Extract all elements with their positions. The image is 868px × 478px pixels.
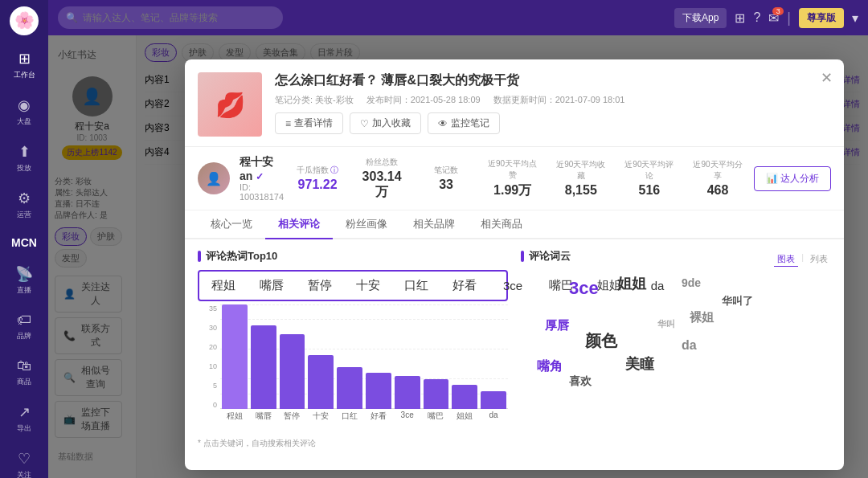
word-cloud-item[interactable]: 嘴角 <box>537 358 563 375</box>
follow-icon: ♡ <box>18 450 31 468</box>
sidebar-item-goods[interactable]: 🛍 商品 <box>0 349 48 395</box>
view-toggle: 图表 | 列表 <box>774 252 831 267</box>
metric-shares: 近90天平均分享 468 <box>691 159 743 198</box>
dropdown-arrow-icon[interactable]: ▾ <box>852 10 858 26</box>
download-btn[interactable]: 下载App <box>674 8 727 28</box>
dashboard-icon: ◉ <box>18 96 31 114</box>
keyword-item[interactable]: 嘴唇 <box>248 278 296 293</box>
keyword-item[interactable]: 好看 <box>440 278 489 293</box>
metric-likes-value: 1.99万 <box>486 182 538 199</box>
modal-tabs: 核心一览 相关评论 粉丝画像 相关品牌 相关商品 <box>185 210 844 239</box>
note-thumb-image: 💋 <box>198 72 262 137</box>
bar-label: 嘴唇 <box>249 411 278 422</box>
sidebar-item-operation[interactable]: ⚙ 运营 <box>0 182 48 228</box>
view-detail-btn[interactable]: ≡ 查看详情 <box>275 112 343 134</box>
sidebar-item-workbench[interactable]: ⊞ 工作台 <box>0 42 48 88</box>
bar-item[interactable] <box>337 367 362 409</box>
tab-fans[interactable]: 粉丝画像 <box>333 210 400 239</box>
bar-label: 口红 <box>335 411 364 422</box>
word-cloud-item[interactable]: 华叫了 <box>722 294 753 308</box>
sidebar-item-mcn[interactable]: MCN <box>0 228 48 257</box>
word-cloud-item[interactable]: da <box>682 338 697 353</box>
x-axis-labels: 程姐嘴唇暂停十安口红好看3ce嘴巴姐姐da <box>220 411 508 422</box>
export-icon: ↗ <box>18 403 31 421</box>
bar-item[interactable] <box>395 376 420 409</box>
tab-comments[interactable]: 相关评论 <box>265 210 333 239</box>
keyword-item[interactable]: 十安 <box>344 278 392 293</box>
tab-brands[interactable]: 相关品牌 <box>400 210 468 239</box>
word-cloud-item[interactable]: 颜色 <box>585 330 617 352</box>
metric-saves-value: 8,155 <box>555 183 607 198</box>
keyword-item[interactable]: 暂停 <box>296 278 344 293</box>
tab-overview[interactable]: 核心一览 <box>198 210 265 239</box>
bar-item[interactable] <box>424 379 449 409</box>
tab-products[interactable]: 相关商品 <box>468 210 535 239</box>
word-cloud-item[interactable]: 3ce <box>569 278 599 299</box>
sidebar-item-brand[interactable]: 🏷 品牌 <box>0 304 48 349</box>
metric-comments-value: 516 <box>623 183 675 198</box>
keyword-row: 程姐嘴唇暂停十安口红好看3ce嘴巴姐姐da <box>198 270 508 301</box>
sidebar: 🌸 ⊞ 工作台 ◉ 大盘 ⬆ 投放 ⚙ 运营 MCN 📡 直播 🏷 品牌 🛍 商… <box>0 0 48 478</box>
search-icon: 🔍 <box>66 12 78 23</box>
author-section: 👤 程十安an ✓ ID: 100318174 千瓜指数 ⓘ 971.22 粉 <box>185 147 844 210</box>
bar-item[interactable] <box>280 334 305 409</box>
brand-icon: 🏷 <box>17 312 31 329</box>
analyze-author-btn[interactable]: 📊 达人分析 <box>754 166 831 191</box>
help-icon[interactable]: ? <box>753 10 760 25</box>
word-cloud-item[interactable]: 9de <box>682 276 701 289</box>
word-cloud-item[interactable]: 姐姐 <box>617 274 646 293</box>
keyword-item[interactable]: 口红 <box>392 278 440 293</box>
sidebar-item-dashboard[interactable]: ◉ 大盘 <box>0 88 48 135</box>
app-logo[interactable]: 🌸 <box>10 6 39 35</box>
message-badge: 3 <box>772 7 784 15</box>
list-icon: ≡ <box>285 118 291 129</box>
add-collect-btn[interactable]: ♡ 加入收藏 <box>350 112 421 134</box>
author-avatar: 👤 <box>198 162 230 194</box>
bar-item[interactable] <box>452 385 477 409</box>
word-cloud: 3ce姐姐9de华叫了厚唇颜色嘴角喜欢美瞳da裸姐华叫 <box>521 270 831 415</box>
bar-chart: 35 30 20 10 5 0 <box>198 304 508 433</box>
close-button[interactable]: ✕ <box>821 69 833 87</box>
sidebar-item-follow[interactable]: ♡ 关注 <box>0 442 48 478</box>
metric-qg-index: 千瓜指数 ⓘ 971.22 <box>293 165 342 192</box>
word-cloud-item[interactable]: 喜欢 <box>569 374 592 389</box>
live-icon: 📡 <box>15 265 33 283</box>
bar-item[interactable] <box>481 391 506 409</box>
word-cloud-item[interactable]: 厚唇 <box>545 318 569 333</box>
bar-label: 3ce <box>393 411 422 422</box>
modal-body: 评论热词Top10 程姐嘴唇暂停十安口红好看3ce嘴巴姐姐da 35 30 20… <box>185 239 844 457</box>
metric-saves: 近90天平均收藏 8,155 <box>555 159 607 198</box>
bars-container <box>220 304 508 409</box>
search-bar[interactable]: 🔍 <box>58 6 283 29</box>
keyword-item[interactable]: 程姐 <box>199 278 248 293</box>
sidebar-item-live[interactable]: 📡 直播 <box>0 257 48 304</box>
info-icon[interactable]: ⓘ <box>330 165 338 176</box>
monitor-note-btn[interactable]: 👁 监控笔记 <box>428 112 500 134</box>
sidebar-item-export[interactable]: ↗ 导出 <box>0 395 48 442</box>
bar-item[interactable] <box>308 355 334 409</box>
metric-fans-value: 303.14万 <box>358 170 406 201</box>
word-cloud-item[interactable]: 华叫 <box>657 318 675 330</box>
word-cloud-item[interactable]: 裸姐 <box>690 310 714 325</box>
chart-view-btn[interactable]: 图表 <box>774 252 798 267</box>
grid-icon[interactable]: ⊞ <box>735 10 745 26</box>
divider: | <box>787 10 791 27</box>
message-icon[interactable]: ✉ 3 <box>768 10 779 26</box>
word-cloud-item[interactable]: 美瞳 <box>625 354 654 374</box>
bar-label: 程姐 <box>220 411 249 422</box>
metric-comments: 近90天平均评论 516 <box>623 159 675 198</box>
search-input[interactable] <box>83 12 275 23</box>
bar-item[interactable] <box>366 373 391 409</box>
sidebar-item-publish[interactable]: ⬆ 投放 <box>0 135 48 182</box>
author-info: 程十安an ✓ ID: 100318174 <box>240 155 284 202</box>
bar-item[interactable] <box>251 325 276 409</box>
chart-note: * 点击关键词，自动搜索相关评论 <box>198 438 508 449</box>
vip-btn[interactable]: 尊享版 <box>799 8 844 28</box>
bar-label: 暂停 <box>278 411 307 422</box>
list-view-btn[interactable]: 列表 <box>807 252 831 267</box>
bar-item[interactable] <box>222 304 248 409</box>
note-detail-modal: ✕ 💋 怎么涂口红好看？ 薄唇&口裂大的究极干货 笔记分类: 美妆-彩妆 发布时… <box>185 59 844 470</box>
metric-qg-value: 971.22 <box>293 178 342 192</box>
bar-label: 嘴巴 <box>422 411 451 422</box>
bar-label: 好看 <box>364 411 393 422</box>
